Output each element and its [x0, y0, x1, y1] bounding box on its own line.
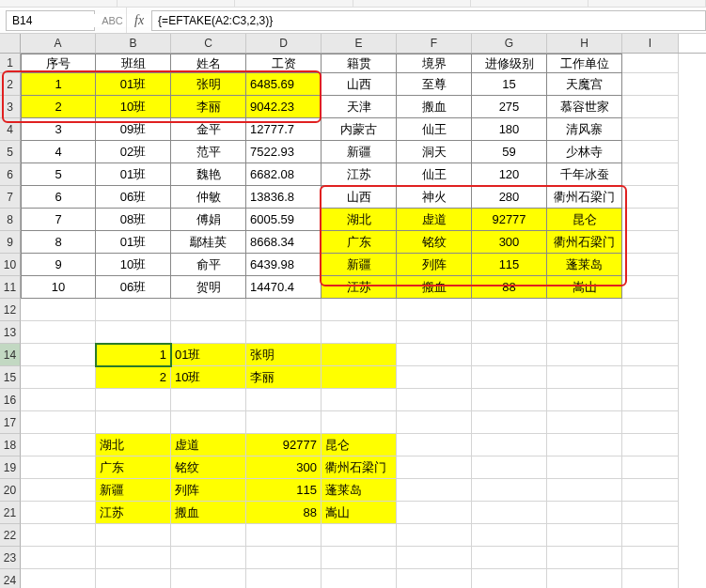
- cell[interactable]: 1: [96, 344, 171, 366]
- cell[interactable]: 蓬莱岛: [547, 254, 622, 276]
- row-header-21[interactable]: 21: [0, 502, 21, 524]
- cell[interactable]: [322, 569, 397, 588]
- cell[interactable]: [397, 366, 472, 389]
- cell[interactable]: 少林寺: [547, 141, 622, 163]
- cell[interactable]: 神火: [397, 186, 472, 209]
- cell[interactable]: 衢州石梁门: [547, 231, 622, 254]
- fx-icon[interactable]: fx: [127, 13, 151, 28]
- cell[interactable]: [397, 502, 472, 524]
- cell[interactable]: [622, 96, 679, 118]
- cell[interactable]: [622, 118, 679, 141]
- cell[interactable]: [21, 547, 96, 569]
- cell[interactable]: [96, 299, 171, 321]
- cell[interactable]: 02班: [96, 141, 171, 163]
- cell[interactable]: 李丽: [246, 366, 322, 389]
- cell[interactable]: [322, 344, 397, 366]
- cell[interactable]: 江苏: [322, 276, 397, 299]
- cell[interactable]: [96, 569, 171, 588]
- cell[interactable]: 衢州石梁门: [322, 456, 397, 479]
- cell[interactable]: [547, 524, 622, 547]
- cell[interactable]: [547, 479, 622, 502]
- cell[interactable]: [171, 524, 246, 547]
- cell[interactable]: 广东: [322, 231, 397, 254]
- cell[interactable]: [246, 569, 322, 588]
- cell[interactable]: [96, 547, 171, 569]
- cell[interactable]: 10: [21, 276, 96, 299]
- cell[interactable]: 4: [21, 141, 96, 163]
- cell[interactable]: [547, 321, 622, 344]
- cell[interactable]: 天津: [322, 96, 397, 118]
- cell[interactable]: [472, 411, 547, 434]
- cell[interactable]: 天魔宫: [547, 73, 622, 96]
- cell[interactable]: [622, 569, 679, 588]
- cell[interactable]: 280: [472, 186, 547, 209]
- cell[interactable]: [622, 321, 679, 344]
- row-header-8[interactable]: 8: [0, 209, 21, 231]
- cell[interactable]: [622, 186, 679, 209]
- cell[interactable]: [96, 411, 171, 434]
- cell[interactable]: 工资: [246, 54, 322, 73]
- cell[interactable]: [246, 411, 322, 434]
- cell[interactable]: [622, 456, 679, 479]
- cell[interactable]: [246, 299, 322, 321]
- cell[interactable]: [622, 411, 679, 434]
- cell[interactable]: 300: [246, 456, 322, 479]
- cell[interactable]: 仙王: [397, 163, 472, 186]
- cell[interactable]: 8: [21, 231, 96, 254]
- cell[interactable]: 3: [21, 118, 96, 141]
- row-header-3[interactable]: 3: [0, 96, 21, 118]
- cell[interactable]: 班组: [96, 54, 171, 73]
- cell[interactable]: 6005.59: [246, 209, 322, 231]
- cell[interactable]: 昆仑: [547, 209, 622, 231]
- cell[interactable]: 06班: [96, 276, 171, 299]
- cell[interactable]: [171, 321, 246, 344]
- cell[interactable]: 59: [472, 141, 547, 163]
- cell[interactable]: 9042.23: [246, 96, 322, 118]
- cell[interactable]: [472, 321, 547, 344]
- cell[interactable]: 序号: [21, 54, 96, 73]
- cell[interactable]: [171, 569, 246, 588]
- cell[interactable]: [397, 456, 472, 479]
- cell[interactable]: [472, 524, 547, 547]
- row-header-18[interactable]: 18: [0, 434, 21, 456]
- cell[interactable]: 仲敏: [171, 186, 246, 209]
- cell[interactable]: 进修级别: [472, 54, 547, 73]
- cell[interactable]: [472, 344, 547, 366]
- cell[interactable]: [397, 299, 472, 321]
- cell[interactable]: 275: [472, 96, 547, 118]
- cell[interactable]: 09班: [96, 118, 171, 141]
- cell[interactable]: [171, 299, 246, 321]
- cell[interactable]: 张明: [171, 73, 246, 96]
- cell[interactable]: 李丽: [171, 96, 246, 118]
- cell[interactable]: [622, 389, 679, 411]
- cell[interactable]: [246, 524, 322, 547]
- cell[interactable]: 虚道: [171, 434, 246, 456]
- row-header-13[interactable]: 13: [0, 321, 21, 344]
- row-header-9[interactable]: 9: [0, 231, 21, 254]
- cell[interactable]: [622, 434, 679, 456]
- row-header-17[interactable]: 17: [0, 411, 21, 434]
- cell[interactable]: 88: [472, 276, 547, 299]
- cell[interactable]: [246, 321, 322, 344]
- row-header-15[interactable]: 15: [0, 366, 21, 389]
- cell[interactable]: 6439.98: [246, 254, 322, 276]
- cell[interactable]: [472, 434, 547, 456]
- cell[interactable]: 山西: [322, 73, 397, 96]
- cell[interactable]: [21, 434, 96, 456]
- cell[interactable]: 境界: [397, 54, 472, 73]
- cell[interactable]: 120: [472, 163, 547, 186]
- cell[interactable]: [547, 502, 622, 524]
- cell[interactable]: [21, 569, 96, 588]
- cell[interactable]: [622, 479, 679, 502]
- cell[interactable]: 工作单位: [547, 54, 622, 73]
- cell[interactable]: 铭纹: [171, 456, 246, 479]
- cell[interactable]: [322, 411, 397, 434]
- cell[interactable]: 千年冰蚕: [547, 163, 622, 186]
- cell[interactable]: [622, 231, 679, 254]
- cell[interactable]: [472, 366, 547, 389]
- cell[interactable]: 7522.93: [246, 141, 322, 163]
- col-header-D[interactable]: D: [246, 34, 322, 53]
- cell[interactable]: [622, 54, 679, 73]
- cell[interactable]: 山西: [322, 186, 397, 209]
- cell[interactable]: [622, 502, 679, 524]
